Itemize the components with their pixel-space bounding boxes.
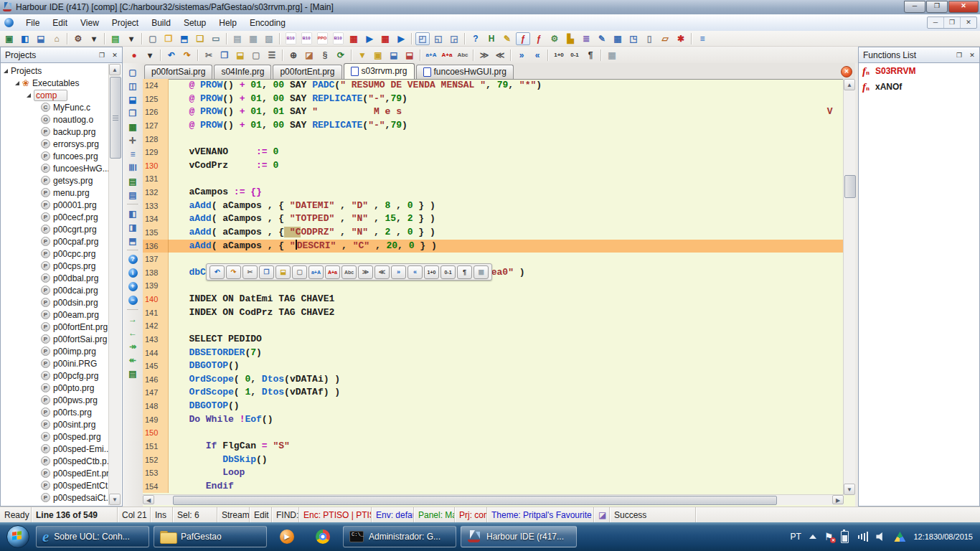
image1-icon[interactable]: ▤	[126, 175, 140, 187]
mdi-restore-button[interactable]: ❐	[943, 17, 960, 28]
tree-file-myfuncc[interactable]: CMyFunc.c	[1, 101, 110, 113]
table-icon[interactable]: ▦	[126, 121, 140, 133]
harbour-help-icon[interactable]: H	[484, 32, 499, 45]
case-lower-upper-icon[interactable]: a+A	[424, 49, 438, 62]
mini-para-icon[interactable]: ¶	[457, 265, 472, 279]
line-number[interactable]: 142	[143, 319, 169, 333]
code-line-145[interactable]: 145 DBGOTOP()	[143, 359, 844, 373]
menu-build[interactable]: Build	[145, 16, 177, 30]
tree-file-backupprg[interactable]: Pbackup.prg	[1, 126, 110, 138]
tree-file-p00spedprg[interactable]: Pp00sped.prg	[1, 430, 110, 443]
goto-next-icon[interactable]: →	[126, 313, 140, 325]
code-line-143[interactable]: 143 SELECT PEDIDO	[143, 333, 844, 347]
goto-last-icon[interactable]: ↠	[126, 340, 140, 352]
expand-icon[interactable]	[4, 69, 8, 73]
mini-redo-icon[interactable]: ↷	[226, 265, 241, 279]
find-icon[interactable]: ⊕	[286, 49, 301, 62]
line-number[interactable]: 133	[143, 199, 169, 213]
record-macro-icon[interactable]: ●	[127, 49, 141, 62]
window-layout1-icon[interactable]: ◰	[415, 32, 430, 45]
line-number[interactable]: 151	[143, 440, 169, 453]
mini-paste-icon[interactable]: ⬓	[275, 265, 291, 279]
line-number[interactable]: 148	[143, 400, 169, 413]
number-dec-icon[interactable]: 0-1	[567, 49, 582, 62]
undo-icon[interactable]: ↶	[164, 49, 179, 62]
window-layout2-icon[interactable]: ◱	[431, 32, 446, 45]
tree-file-menuprg[interactable]: Pmenu.prg	[1, 187, 110, 199]
tree-file-p00spedentprg[interactable]: Pp00spedEnt.prg	[1, 467, 110, 479]
tree-file-p00rtsprg[interactable]: Pp00rts.prg	[1, 406, 110, 418]
menu-view[interactable]: View	[74, 16, 105, 30]
line-number[interactable]: 149	[143, 413, 169, 427]
tab-p00fortsaiprg[interactable]: p00fortSai.prg	[144, 65, 212, 79]
projects-close-icon[interactable]: ✕	[109, 50, 121, 60]
paste-icon[interactable]: ⬓	[233, 49, 248, 62]
tree-project-comp[interactable]: comp	[1, 89, 110, 101]
format-block-icon[interactable]: ☰	[265, 49, 279, 62]
line-number[interactable]: 147	[143, 386, 169, 400]
tab-close-icon[interactable]: ✕	[841, 66, 852, 77]
code-line-132[interactable]: 132 aCampos := {}	[143, 186, 844, 199]
functions-alt-icon[interactable]: ƒ	[532, 32, 546, 45]
cut-icon[interactable]: ✂	[202, 49, 216, 62]
scroll-down-icon[interactable]: ▼	[844, 484, 855, 495]
line-number[interactable]: 127	[143, 119, 169, 133]
code-line-128[interactable]: 128	[143, 133, 844, 146]
tree-file-p00spedctbp[interactable]: Pp00spedCtb.p...	[1, 455, 110, 467]
line-number[interactable]: 134	[143, 212, 169, 226]
mini-numinc-icon[interactable]: 1+0	[424, 265, 439, 279]
code-line-139[interactable]: 139	[143, 279, 844, 293]
grid-view-icon[interactable]: ▦	[605, 49, 619, 62]
goto-first-icon[interactable]: ↞	[126, 354, 140, 366]
note-pin-icon[interactable]: ▱	[658, 32, 672, 45]
line-number[interactable]: 146	[143, 373, 169, 387]
open-file-icon[interactable]: ❏	[193, 32, 207, 45]
code-line-152[interactable]: 152 DbSkip()	[143, 453, 844, 467]
image-viewer-icon[interactable]: ▤	[108, 32, 123, 45]
code-line-124[interactable]: 124 @ PROW() + 01, 00 SAY PADC(" RESUMO …	[143, 79, 844, 93]
scroll-thumb[interactable]	[173, 496, 777, 505]
expand-icon[interactable]	[15, 81, 19, 85]
editor-vscrollbar[interactable]: ▲ ▼	[843, 79, 855, 495]
redo-icon[interactable]: ↷	[180, 49, 194, 62]
image-caret-icon[interactable]: ▾	[124, 32, 138, 45]
functions-float-icon[interactable]: ❐	[953, 50, 965, 60]
list-colored-icon[interactable]: ≣	[579, 32, 593, 45]
rebuild-run-icon[interactable]: ▶	[394, 32, 408, 45]
tree-file-funcoesprg[interactable]: Pfuncoes.prg	[1, 150, 110, 162]
projects-float-icon[interactable]: ❐	[96, 50, 108, 60]
help-circle-icon[interactable]: ?	[126, 253, 140, 265]
line-number[interactable]: 144	[143, 347, 169, 360]
close-button[interactable]: ✕	[948, 1, 979, 13]
mdi-close-button[interactable]: ✕	[960, 17, 976, 28]
copy-icon[interactable]: ❐	[217, 49, 232, 62]
maximize-button[interactable]: ❐	[926, 1, 948, 13]
menu-edit[interactable]: Edit	[46, 16, 74, 30]
tree-file-p00impprg[interactable]: Pp00imp.prg	[1, 345, 110, 357]
gear-doc-icon[interactable]: ⚙	[547, 32, 562, 45]
find-in-files-icon[interactable]: §	[318, 49, 332, 62]
code-line-140[interactable]: 140 INDEX ON DatEmi TAG CHAVE1	[143, 293, 844, 306]
minimize-button[interactable]: ─	[904, 1, 925, 13]
tree-file-p00spedentct[interactable]: Pp00spedEntCt...	[1, 479, 110, 491]
mdi-minimize-button[interactable]: ─	[928, 17, 943, 28]
edit-doc-icon[interactable]: ✎	[500, 32, 514, 45]
hsplit-icon[interactable]: ≡	[695, 32, 710, 45]
mini-select-icon[interactable]: ▢	[292, 265, 307, 279]
tree-file-p00dbalprg[interactable]: Pp00dbal.prg	[1, 272, 110, 284]
debug-bug-icon[interactable]: ✱	[674, 32, 688, 45]
doc-plain-icon[interactable]: ▯	[642, 32, 656, 45]
build-run-icon[interactable]: ▶	[362, 32, 377, 45]
tree-file-p00ptoprg[interactable]: Pp00pto.prg	[1, 382, 110, 394]
tree-file-p00cecfprg[interactable]: Pp00cecf.prg	[1, 211, 110, 223]
shift-left-icon[interactable]: «	[530, 49, 545, 62]
line-number[interactable]: 145	[143, 359, 169, 373]
run-save-alt-icon[interactable]: ⬓	[402, 49, 417, 62]
taskbar-pafgestao-button[interactable]: PafGestao	[154, 526, 267, 547]
line-number[interactable]: 124	[143, 79, 169, 93]
code-line-134[interactable]: 134 aAdd( aCampos , { "TOTPED" , "N" , 1…	[143, 212, 844, 226]
monitor-icon[interactable]: ⬓	[34, 32, 48, 45]
compile-b10-2-icon[interactable]: B10	[299, 32, 314, 45]
code-line-126[interactable]: 126 @ PROW() + 01, 01 SAY " M e s V	[143, 105, 844, 119]
line-number[interactable]: 138	[143, 266, 169, 280]
